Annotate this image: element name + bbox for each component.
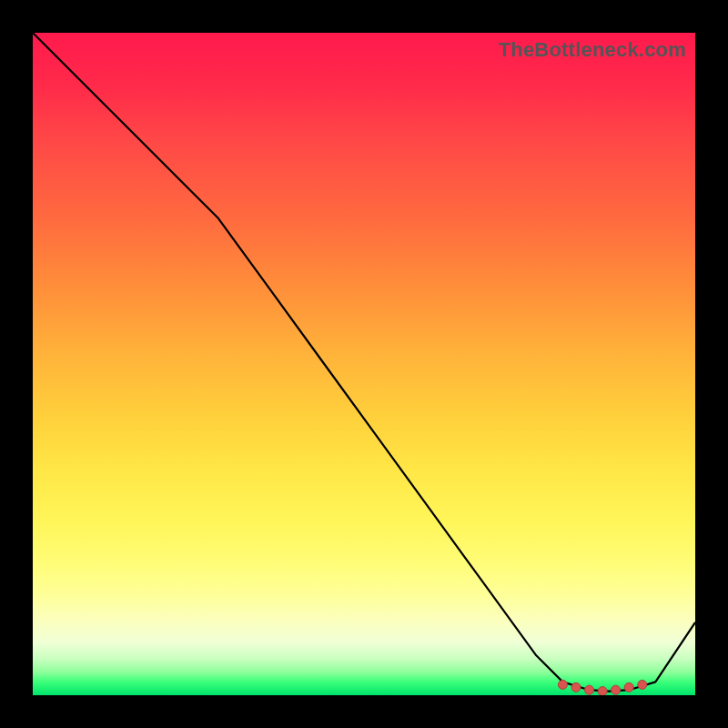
marker-point — [638, 680, 647, 689]
marker-point — [598, 687, 607, 695]
plot-area: TheBottleneck.com — [33, 33, 695, 695]
marker-point — [571, 682, 581, 692]
marker-point — [585, 685, 594, 694]
marker-point — [612, 685, 621, 694]
marker-point — [624, 682, 633, 692]
marker-point — [558, 680, 567, 689]
optimal-range-markers — [558, 680, 646, 695]
bottleneck-curve — [33, 33, 695, 692]
curve-layer — [33, 33, 695, 695]
chart-frame: TheBottleneck.com — [0, 0, 728, 728]
